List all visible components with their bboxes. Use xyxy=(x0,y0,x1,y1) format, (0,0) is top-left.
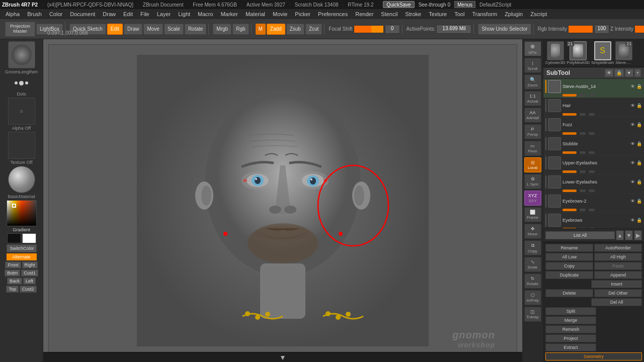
menu-item-draw[interactable]: Draw xyxy=(99,10,119,18)
simple-brush-thumb[interactable]: S xyxy=(594,41,611,60)
menu-item-zplugin[interactable]: Zplugin xyxy=(501,10,526,18)
menus-button[interactable]: Menus xyxy=(454,1,475,8)
extract-button[interactable]: Extract xyxy=(545,343,596,351)
color-picker[interactable] xyxy=(7,200,37,226)
floor-button[interactable]: ▭ Floor xyxy=(524,141,541,156)
subtool-item-eyebrows[interactable]: Eyebrows 👁 🔒 xyxy=(543,213,644,228)
project-button[interactable]: Project xyxy=(545,334,596,342)
copy-button[interactable]: Copy xyxy=(545,262,593,270)
subtool-up-arrow[interactable]: ▲ xyxy=(616,230,624,240)
scale-icon-button[interactable]: ⤡ Scale xyxy=(524,257,541,272)
z-intensity-slider[interactable] xyxy=(634,25,644,33)
botm-button[interactable]: Botm xyxy=(5,269,20,277)
subtool-eye-btn[interactable]: 👁 xyxy=(605,69,613,77)
rotate-button[interactable]: Rotate xyxy=(185,24,206,35)
duplicate-button[interactable]: Duplicate xyxy=(545,271,593,279)
menu-item-stroke[interactable]: Stroke xyxy=(401,10,425,18)
white-swatch[interactable] xyxy=(22,233,36,243)
front-button[interactable]: Front xyxy=(5,261,21,268)
menu-item-document[interactable]: Document xyxy=(66,10,99,18)
menu-item-picker[interactable]: Picker xyxy=(291,10,314,18)
quick-save-button[interactable]: QuickSave xyxy=(383,1,414,8)
right-button[interactable]: Right xyxy=(22,261,38,268)
subtool-down-arrow[interactable]: ▼ xyxy=(625,230,633,240)
brush-preview[interactable] xyxy=(8,41,35,68)
edit-button[interactable]: Edit xyxy=(107,24,123,35)
delete-button[interactable]: Delete xyxy=(545,289,593,297)
subtool-right-arrow[interactable]: ▶ xyxy=(634,230,642,240)
impoly-button[interactable]: ⬡ ImPoly xyxy=(524,290,541,305)
move-button[interactable]: Move xyxy=(143,24,163,35)
cylinder3d-thumb[interactable] xyxy=(547,41,564,60)
copy-icon-button[interactable]: ⧉ Copy xyxy=(524,240,541,255)
cust1-button[interactable]: Cust1 xyxy=(21,269,38,277)
frame-button[interactable]: ⬜ Frame xyxy=(524,207,541,222)
left-button[interactable]: Left xyxy=(23,278,36,285)
top-button[interactable]: Top xyxy=(6,286,19,293)
del-all-button[interactable]: Del All xyxy=(591,298,642,306)
merge-button[interactable]: Merge xyxy=(545,316,596,324)
menu-item-zscript[interactable]: Zscript xyxy=(527,10,550,18)
subtool-options-btn[interactable]: ▼ xyxy=(625,69,633,77)
menu-item-layer[interactable]: Layer xyxy=(153,10,175,18)
move-icon-button[interactable]: ✥ Move xyxy=(524,224,541,239)
menu-item-material[interactable]: Material xyxy=(242,10,269,18)
zsub-button[interactable]: Zsub xyxy=(286,24,304,35)
texture-preview[interactable] xyxy=(8,132,35,159)
mrgb-button[interactable]: Mrgb xyxy=(213,24,231,35)
list-all-button[interactable]: List All xyxy=(545,231,615,239)
subtool-lock-btn[interactable]: 🔒 xyxy=(614,69,624,77)
canvas-area[interactable]: ▼ gnomon workshop xyxy=(43,39,522,362)
rgb-intensity-slider[interactable] xyxy=(568,25,593,33)
subtool-add-btn[interactable]: + xyxy=(634,69,641,77)
zcut-button[interactable]: Zcut xyxy=(305,24,322,35)
sxyz-button[interactable]: XYZ SXY xyxy=(524,191,541,206)
projection-master-button[interactable]: Projection Master xyxy=(5,22,35,37)
subtool-item-fuzz[interactable]: Fuzz 👁 🔒 xyxy=(543,117,644,136)
menu-item-transform[interactable]: Transform xyxy=(468,10,501,18)
auto-reorder-button[interactable]: AutoReorder xyxy=(594,244,642,252)
aahalf-button[interactable]: AA AAHalf xyxy=(524,108,541,123)
subtool-item-steve-austin[interactable]: Steve-Austin_14 👁 🔒 xyxy=(543,79,644,98)
rotate-icon-button[interactable]: ↻ Rotate xyxy=(524,274,541,289)
subtool-item-upper-eyelashes[interactable]: Upper-Eyelashes 👁 🔒 xyxy=(543,155,644,174)
subtool-item-stubble[interactable]: Stubble 👁 🔒 xyxy=(543,136,644,155)
menu-item-tool[interactable]: Tool xyxy=(451,10,468,18)
menu-item-light[interactable]: Light xyxy=(175,10,194,18)
local-button[interactable]: ◎ Local xyxy=(524,157,541,172)
menu-item-marker[interactable]: Marker xyxy=(217,10,242,18)
all-low-button[interactable]: All Low xyxy=(545,253,593,261)
menu-item-edit[interactable]: Edit xyxy=(120,10,136,18)
show-undo-button[interactable]: Show Undo Selector xyxy=(478,24,531,35)
focal-shift-slider[interactable] xyxy=(354,25,384,33)
zadd-button[interactable]: Zadd xyxy=(267,24,285,35)
rgb-button[interactable]: Rgb xyxy=(232,24,249,35)
transp-button[interactable]: ◫ Transp xyxy=(524,307,541,322)
remesh-button[interactable]: Remesh xyxy=(545,325,596,333)
geometry-button[interactable]: Geometry xyxy=(545,352,642,360)
del-other-button[interactable]: Del Other xyxy=(594,289,642,297)
menu-item-preferences[interactable]: Preferences xyxy=(314,10,351,18)
lsym-button[interactable]: ⚙ L Sym xyxy=(524,174,541,189)
menu-item-movie[interactable]: Movie xyxy=(269,10,291,18)
subtool-item-hair[interactable]: Hair 👁 🔒 xyxy=(543,98,644,117)
spix-button[interactable]: ⊕ SPix xyxy=(524,41,541,56)
alternate-button[interactable]: Alternate xyxy=(7,253,37,260)
menu-item-file[interactable]: File xyxy=(137,10,153,18)
rename-button[interactable]: Rename xyxy=(545,244,593,252)
draw-button[interactable]: Draw xyxy=(124,24,142,35)
cust2-button[interactable]: Cust2 xyxy=(20,286,37,293)
insert-button[interactable]: Insert xyxy=(591,280,642,288)
menu-item-brush[interactable]: Brush xyxy=(24,10,45,18)
persp-button[interactable]: P Persp xyxy=(524,124,541,139)
paste-button[interactable]: Paste xyxy=(594,262,642,270)
bottom-arrow-icon[interactable]: ▼ xyxy=(279,353,286,361)
black-swatch[interactable] xyxy=(7,233,21,243)
scroll-button[interactable]: ↕ Scroll xyxy=(524,58,541,73)
menu-item-render[interactable]: Render xyxy=(352,10,377,18)
zoom-button[interactable]: 🔍 Zoom xyxy=(524,74,541,89)
subtool-item-eyebrows2[interactable]: Eyebrows-2 👁 🔒 xyxy=(543,194,644,213)
subtool-item-lower-eyelashes[interactable]: Lower-Eyelashes 👁 🔒 xyxy=(543,174,644,194)
material-preview[interactable] xyxy=(8,166,35,193)
switch-color-button[interactable]: SwitchColor xyxy=(7,244,37,252)
